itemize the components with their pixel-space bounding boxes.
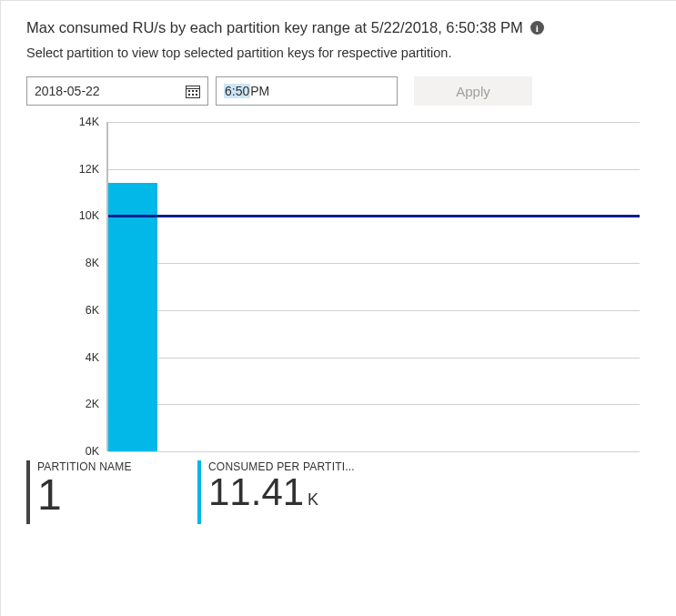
- controls-row: 2018-05-22 6:50 PM Apply: [26, 76, 651, 106]
- calendar-icon[interactable]: [186, 85, 200, 98]
- apply-button[interactable]: Apply: [414, 76, 532, 106]
- y-tick-label: 8K: [86, 257, 99, 269]
- gridline: [108, 310, 640, 311]
- gridline: [108, 358, 640, 358]
- panel-title-row: Max consumed RU/s by each partition key …: [26, 19, 651, 36]
- svg-rect-6: [192, 94, 194, 96]
- card-accent: [26, 460, 30, 524]
- svg-rect-7: [196, 94, 197, 96]
- time-input-ampm: PM: [250, 84, 269, 98]
- chart-y-axis: 0K2K4K6K8K10K12K14K: [26, 122, 108, 451]
- y-tick-label: 2K: [86, 398, 99, 410]
- info-icon[interactable]: i: [530, 21, 544, 35]
- y-tick-label: 6K: [86, 304, 99, 317]
- y-tick-label: 10K: [79, 209, 99, 222]
- partition-name-value: 1: [37, 473, 132, 517]
- y-tick-label: 0K: [86, 445, 99, 458]
- partition-name-card: PARTITION NAME 1: [26, 460, 197, 524]
- gridline: [108, 451, 640, 452]
- svg-rect-2: [188, 90, 190, 92]
- summary-row: PARTITION NAME 1 CONSUMED PER PARTITI...…: [26, 460, 651, 524]
- threshold-line: [108, 215, 640, 217]
- consumed-unit: K: [308, 490, 318, 509]
- panel-subtitle: Select partition to view top selected pa…: [26, 45, 651, 60]
- panel-title: Max consumed RU/s by each partition key …: [26, 19, 523, 36]
- gridline: [108, 404, 640, 405]
- consumed-value: 11.41: [208, 470, 304, 513]
- gridline: [108, 122, 640, 123]
- date-input[interactable]: 2018-05-22: [26, 76, 208, 106]
- partition-usage-panel: Max consumed RU/s by each partition key …: [0, 0, 676, 616]
- time-input[interactable]: 6:50 PM: [216, 76, 398, 106]
- y-tick-label: 12K: [79, 163, 99, 176]
- y-tick-label: 4K: [86, 351, 99, 364]
- svg-rect-4: [196, 90, 197, 92]
- consumed-card: CONSUMED PER PARTITI... 11.41K: [197, 460, 355, 524]
- chart-bar[interactable]: [108, 183, 157, 451]
- chart-plot-area[interactable]: [108, 122, 651, 451]
- chart: 0K2K4K6K8K10K12K14K: [26, 122, 651, 451]
- gridline: [108, 263, 640, 264]
- y-tick-label: 14K: [79, 116, 99, 128]
- card-accent: [197, 460, 201, 524]
- gridline: [108, 169, 640, 170]
- svg-rect-3: [192, 90, 194, 92]
- time-input-hhmm: 6:50: [224, 84, 250, 98]
- svg-rect-5: [188, 94, 190, 96]
- date-input-value: 2018-05-22: [35, 84, 100, 98]
